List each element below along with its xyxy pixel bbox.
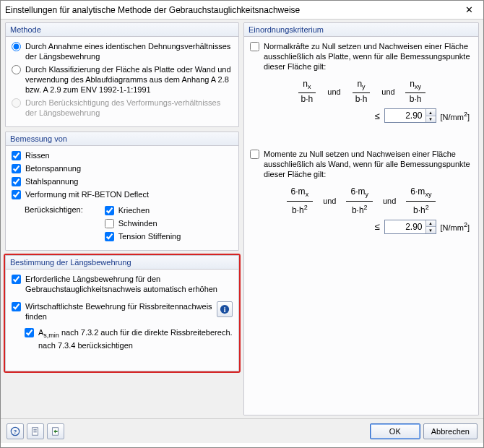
check-rissen-input[interactable] [12,151,21,160]
frac-nxy: nxyb·h [405,79,426,104]
cancel-button[interactable]: Abbrechen [423,423,477,439]
group-criteria: Einordnungskriterium Normalkräfte zu Nul… [243,22,479,415]
check-verformung-label: Verformung mit RF-BETON Deflect [25,189,149,199]
check-asmin-label: As,min nach 7.3.2 auch für die direkte R… [38,327,233,350]
check-wall[interactable]: Momente zu Null setzen und Nachweisen ei… [250,149,472,179]
group-longreinf: Bestimmung der Längsbewehrung Erforderli… [5,255,239,371]
svg-text:i: i [224,306,226,314]
method-opt1-label: Durch Annahme eines identischen Dehnungs… [25,41,233,61]
method-opt2-label: Durch Klassifizierung der Fläche als Pla… [25,64,233,95]
default-button[interactable] [27,423,44,439]
check-economic-row: Wirtschaftlichste Bewehrung für Rissbrei… [12,301,233,322]
group-method-title: Methode [6,23,238,37]
und4: und [383,197,396,205]
check-auto-increase-label: Erforderliche Längsbewehrung für den Geb… [25,274,233,294]
check-tension-label: Tension Stiffening [118,231,181,241]
help-icon: ? [10,426,20,436]
criteria-wall: Momente zu Null setzen und Nachweisen ei… [250,149,472,233]
check-economic-label: Wirtschaftlichste Bewehrung für Rissbrei… [25,301,212,322]
close-button[interactable]: ✕ [459,3,479,17]
check-verformung-input[interactable] [12,190,21,199]
check-auto-increase[interactable]: Erforderliche Längsbewehrung für den Geb… [12,274,233,294]
check-betonspannung[interactable]: Betonspannung [12,163,233,173]
check-asmin[interactable]: As,min nach 7.3.2 auch für die direkte R… [25,327,233,350]
check-plate-input[interactable] [250,42,259,51]
leq-icon2: ≤ [374,221,379,232]
check-rissen[interactable]: Rissen [12,150,233,160]
check-tension-input[interactable] [105,232,114,241]
method-opt3-radio [12,98,21,108]
method-opt1-radio[interactable] [12,42,21,51]
svg-rect-4 [33,427,38,435]
group-criteria-title: Einordnungskriterium [244,23,478,37]
check-stahlspannung-input[interactable] [12,177,21,186]
check-schwinden[interactable]: Schwinden [105,218,181,228]
spin-up-icon[interactable]: ▲ [426,220,436,228]
method-opt3: Durch Berücksichtigung des Verformungs-v… [12,98,233,118]
frac-my: 6·myb·h2 [346,186,373,215]
method-opt2[interactable]: Durch Klassifizierung der Fläche als Pla… [12,64,233,95]
check-betonspannung-input[interactable] [12,164,21,173]
group-method: Methode Durch Annahme eines identischen … [5,22,239,127]
wall-unit: [N/mm2] [441,221,470,232]
ok-button[interactable]: OK [370,423,420,439]
check-auto-increase-input[interactable] [12,275,21,284]
frac-mx: 6·mxb·h2 [287,186,314,215]
right-column: Einordnungskriterium Normalkräfte zu Nul… [243,22,479,415]
check-schwinden-label: Schwinden [118,218,157,228]
check-wall-input[interactable] [250,150,259,159]
group-longreinf-title: Bestimmung der Längsbewehrung [6,256,238,270]
check-wall-label: Momente zu Null setzen und Nachweisen ei… [264,149,472,179]
spin-down-icon[interactable]: ▼ [426,227,436,233]
plate-limit-spinner[interactable]: ▲▼ [384,108,436,123]
check-kriechen-label: Kriechen [118,205,150,215]
wall-formula: 6·mxb·h2 und 6·myb·h2 und 6·mxyb·h2 [250,186,472,215]
group-design: Bemessung von Rissen Betonspannung Stahl… [5,132,239,251]
method-opt2-radio[interactable] [12,65,21,74]
check-rissen-label: Rissen [25,150,50,160]
svg-text:?: ? [14,428,17,435]
titlebar: Einstellungen für analytische Methode de… [1,1,483,20]
frac-ny: nyb·h [351,79,372,104]
und3: und [323,197,336,205]
check-kriechen[interactable]: Kriechen [105,205,181,215]
check-plate-label: Normalkräfte zu Null setzen und Nachweis… [264,41,472,72]
bottombar: ? OK Abbrechen [1,418,483,443]
check-schwinden-input[interactable] [105,219,114,228]
page-icon [30,426,40,436]
und2: und [381,87,394,96]
check-stahlspannung[interactable]: Stahlspannung [12,176,233,186]
check-economic-input[interactable] [12,302,21,311]
set-default-button[interactable] [47,423,64,439]
wall-limit-input[interactable] [385,220,425,233]
check-asmin-input[interactable] [25,328,34,337]
plate-limit-input[interactable] [385,109,425,122]
check-betonspannung-label: Betonspannung [25,163,81,173]
left-column: Methode Durch Annahme eines identischen … [5,22,239,415]
method-opt3-label: Durch Berücksichtigung des Verformungs-v… [25,98,233,118]
criteria-plate: Normalkräfte zu Null setzen und Nachweis… [250,41,472,123]
spinner-arrows2[interactable]: ▲▼ [425,220,436,233]
spin-down-icon[interactable]: ▼ [426,116,436,123]
check-plate[interactable]: Normalkräfte zu Null setzen und Nachweis… [250,41,472,72]
beruecksichtigen-label: Berücksichtigen: [25,205,83,244]
check-tension[interactable]: Tension Stiffening [105,231,181,241]
group-design-title: Bemessung von [6,132,238,146]
info-icon: i [220,304,230,314]
check-stahlspannung-label: Stahlspannung [25,176,78,186]
frac-mxy: 6·mxyb·h2 [406,186,436,215]
spinner-arrows[interactable]: ▲▼ [425,109,436,122]
check-kriechen-input[interactable] [105,206,114,215]
info-button[interactable]: i [217,301,233,317]
method-opt1[interactable]: Durch Annahme eines identischen Dehnungs… [12,41,233,61]
window-title: Einstellungen für analytische Methode de… [5,5,459,15]
wall-limit-row: ≤ ▲▼ [N/mm2] [250,220,472,234]
plate-limit-row: ≤ ▲▼ [N/mm2] [250,108,472,123]
check-verformung[interactable]: Verformung mit RF-BETON Deflect [12,189,233,199]
help-button[interactable]: ? [7,423,24,439]
leq-icon: ≤ [374,111,379,121]
wall-limit-spinner[interactable]: ▲▼ [384,220,436,234]
frac-nx: nxb·h [297,79,318,104]
und1: und [327,87,340,96]
spin-up-icon[interactable]: ▲ [426,109,436,116]
